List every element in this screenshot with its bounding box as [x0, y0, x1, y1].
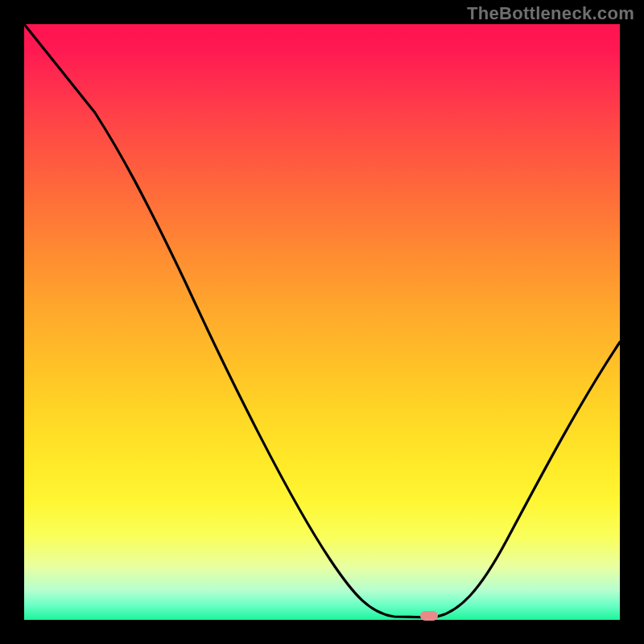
plot-area [24, 24, 620, 620]
bottleneck-curve [24, 24, 620, 620]
chart-stage: TheBottleneck.com [0, 0, 644, 644]
watermark-label: TheBottleneck.com [467, 3, 634, 24]
minimum-marker [420, 611, 438, 621]
curve-path [24, 24, 620, 617]
